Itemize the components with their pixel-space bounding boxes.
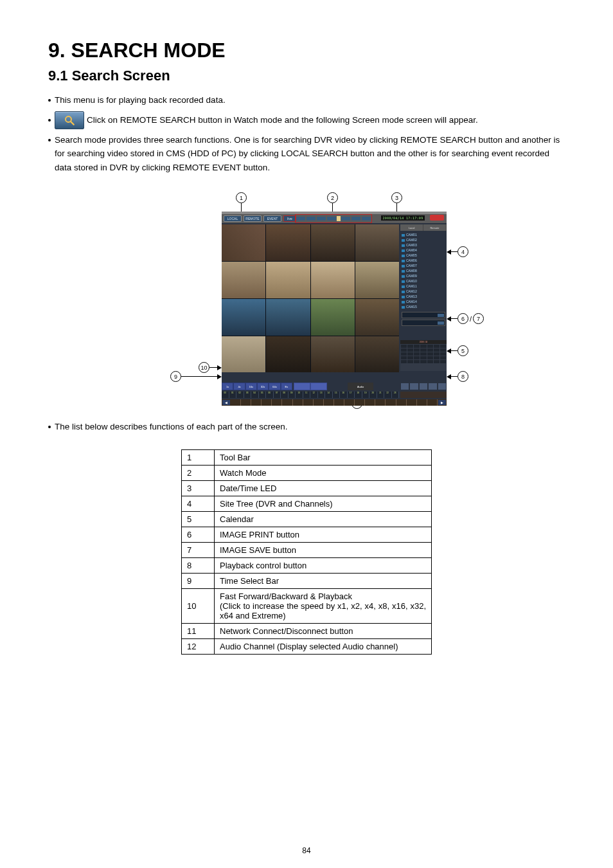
- list-item[interactable]: CAM08: [402, 268, 445, 273]
- callout-arrow-icon: [447, 316, 451, 321]
- list-item[interactable]: CAM01: [402, 232, 445, 237]
- bullet-1-text: This menu is for playing back recorded d…: [55, 93, 226, 107]
- video-cell[interactable]: CAM 14: [266, 336, 310, 373]
- bullet-2-text: Click on REMOTE SEARCH button in Watch m…: [87, 113, 478, 127]
- list-item[interactable]: CAM10: [402, 278, 445, 284]
- table-row: 12Audio Channel (Display selected Audio …: [182, 638, 432, 654]
- image-buttons-panel: [400, 311, 447, 336]
- list-item[interactable]: CAM07: [402, 263, 445, 268]
- video-cell[interactable]: CAM 16: [355, 336, 399, 373]
- table-row: 5Calendar: [182, 511, 432, 527]
- list-item[interactable]: CAM02: [402, 237, 445, 242]
- table-row: 9Time Select Bar: [182, 573, 432, 588]
- scale-ruler: [231, 399, 438, 406]
- callout-circle: 9: [170, 371, 181, 382]
- video-cell[interactable]: CAM 6: [266, 262, 310, 298]
- audio-channel-label: Audio: [348, 383, 373, 390]
- pb-pause-icon[interactable]: [420, 383, 427, 390]
- video-grid: CAM 1 CAM 2 CAM 3 CAM 4 CAM 5 CAM 6 CAM …: [222, 224, 399, 372]
- callout-line: [451, 318, 458, 319]
- video-cell[interactable]: CAM 5: [222, 262, 265, 298]
- list-item[interactable]: CAM03: [402, 242, 445, 248]
- list-item[interactable]: CAM11: [402, 284, 445, 289]
- video-cell[interactable]: CAM 13: [222, 336, 265, 373]
- pb-stop-icon[interactable]: [429, 383, 436, 390]
- list-item[interactable]: CAM09: [402, 273, 445, 278]
- video-cell[interactable]: CAM 2: [266, 224, 310, 261]
- video-cell[interactable]: CAM 8: [355, 262, 399, 298]
- video-cell[interactable]: CAM 7: [311, 262, 355, 298]
- list-item[interactable]: CAM12: [402, 289, 445, 294]
- speed-button[interactable]: 1x: [222, 383, 233, 390]
- connect-button[interactable]: [294, 383, 310, 390]
- callout-4: 4: [447, 246, 468, 257]
- datetime-led: 2008/04/14 17:17:09: [381, 215, 425, 221]
- tab-local[interactable]: Local: [400, 224, 423, 231]
- list-item[interactable]: CAM05: [402, 253, 445, 258]
- bullet-4: The list below describes functions of ea…: [48, 420, 565, 434]
- speed-button[interactable]: 32x: [258, 383, 268, 390]
- pb-rewind-icon[interactable]: [401, 383, 409, 390]
- video-cell[interactable]: CAM 11: [311, 299, 355, 336]
- video-cell[interactable]: CAM 15: [311, 336, 355, 373]
- table-row: 2Watch Mode: [182, 465, 432, 480]
- window-close-icon[interactable]: [430, 215, 444, 221]
- video-cell[interactable]: CAM 3: [311, 224, 355, 261]
- callout-line: [181, 376, 217, 377]
- table-row: 10Fast Forward/Backward & Playback (Clic…: [182, 588, 432, 623]
- figure-wrap: 1 2 3 4 6: [48, 192, 565, 404]
- image-save-button[interactable]: [402, 320, 445, 326]
- bullet-dot-icon: [48, 99, 51, 102]
- callout-circle: 1: [236, 192, 247, 203]
- table-row: 6IMAGE PRINT button: [182, 527, 432, 542]
- callout-circle: 8: [458, 371, 468, 382]
- nav-right-icon[interactable]: ▶: [438, 400, 446, 405]
- remote-search-icon-button[interactable]: [55, 111, 84, 129]
- tab-remote[interactable]: Remote: [423, 224, 447, 231]
- function-list-table: 1Tool Bar 2Watch Mode 3Date/Time LED 4Si…: [181, 449, 432, 655]
- search-screen-figure: 1 2 3 4 6: [146, 192, 467, 404]
- callout-67: 6 / 7: [447, 313, 484, 324]
- table-row: 3Date/Time LED: [182, 480, 432, 496]
- video-cell[interactable]: CAM 10: [266, 299, 310, 336]
- list-item[interactable]: CAM04: [402, 248, 445, 253]
- pb-forward-icon[interactable]: [438, 383, 446, 390]
- list-item[interactable]: CAM14: [402, 299, 445, 304]
- toolbar-remote-chip[interactable]: REMOTE: [244, 215, 262, 222]
- callout-circle: 3: [391, 192, 402, 203]
- calendar[interactable]: 2008 / 04: [400, 340, 447, 371]
- toolbar-live-chip[interactable]: live: [283, 215, 296, 222]
- playback-controls: [400, 383, 447, 390]
- bullet-3-text: Search mode provides three search functi…: [55, 133, 565, 175]
- disconnect-button[interactable]: [311, 383, 326, 390]
- video-cell[interactable]: CAM 1: [222, 224, 265, 261]
- speed-button[interactable]: 4x: [234, 383, 244, 390]
- speed-button[interactable]: 64x: [269, 383, 280, 390]
- table-row: 11Network Connect/Disconnect button: [182, 623, 432, 638]
- time-select-bar[interactable]: 00 01 02 03 04 05 06 07 08 09 10 11 12 1…: [222, 392, 399, 398]
- bullet-1: This menu is for playing back recorded d…: [48, 93, 565, 107]
- chapter-title: 9. SEARCH MODE: [48, 39, 565, 62]
- callout-line: [451, 376, 458, 377]
- nav-left-icon[interactable]: ◀: [222, 400, 230, 405]
- video-cell[interactable]: CAM 4: [355, 224, 399, 261]
- toolbar-local-chip[interactable]: LOCAL: [224, 215, 242, 222]
- slider-knob-icon[interactable]: [337, 216, 341, 221]
- list-item[interactable]: CAM13: [402, 294, 445, 299]
- page: 9. SEARCH MODE 9.1 Search Screen This me…: [0, 0, 613, 868]
- pb-play-icon[interactable]: [410, 383, 418, 390]
- table-row: 8Playback control button: [182, 557, 432, 573]
- callout-circle: 4: [458, 246, 468, 257]
- image-print-button[interactable]: [402, 312, 445, 318]
- speed-button[interactable]: Ex: [281, 383, 292, 390]
- speed-button[interactable]: 16x: [246, 383, 256, 390]
- video-cell[interactable]: CAM 12: [355, 299, 399, 336]
- watch-mode-slider[interactable]: [295, 214, 372, 223]
- callout-arrow-icon: [217, 374, 222, 379]
- video-cell[interactable]: CAM 9: [222, 299, 265, 336]
- table-row: 4Site Tree (DVR and Channels): [182, 496, 432, 511]
- toolbar-event-chip[interactable]: EVENT: [263, 215, 281, 222]
- list-item[interactable]: CAM15: [402, 304, 445, 309]
- callout-circle: 2: [327, 192, 338, 203]
- list-item[interactable]: CAM06: [402, 258, 445, 263]
